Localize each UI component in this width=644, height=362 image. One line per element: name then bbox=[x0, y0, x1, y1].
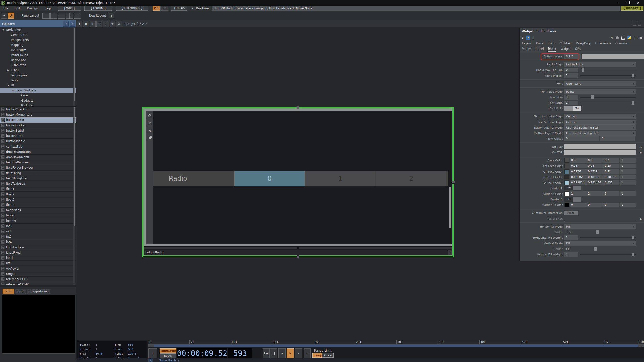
param-label[interactable]: Button Align Y Mode bbox=[520, 132, 564, 135]
param-slider[interactable] bbox=[580, 68, 636, 72]
string-field-extension[interactable] bbox=[582, 54, 644, 59]
pane-option2-icon[interactable] bbox=[638, 22, 641, 26]
param-field[interactable]: 0 bbox=[586, 203, 602, 207]
param-dropdown[interactable]: Center▼ bbox=[564, 120, 636, 125]
param-dropdown[interactable]: Fill▼ bbox=[564, 224, 636, 229]
color-swatch[interactable] bbox=[564, 169, 569, 174]
export-arrow-icon[interactable]: ↘ bbox=[639, 145, 642, 149]
param-field[interactable]: 1 bbox=[620, 180, 636, 185]
midi-icon[interactable]: ▞ bbox=[8, 13, 14, 19]
range-right-handle[interactable]: ... bbox=[638, 345, 644, 347]
timecode-tab[interactable]: TimeCode bbox=[160, 348, 176, 353]
param-label[interactable]: Width bbox=[520, 231, 564, 234]
param-subtab-values[interactable]: Values bbox=[522, 47, 532, 52]
param-label[interactable]: Font bbox=[520, 82, 564, 85]
slider-thumb[interactable] bbox=[591, 95, 594, 99]
time-path-slash-button[interactable]: / bbox=[148, 359, 153, 362]
param-field[interactable]: 0.629824 bbox=[570, 180, 586, 185]
param-field[interactable]: 1 bbox=[564, 235, 578, 240]
param-slider[interactable] bbox=[580, 74, 636, 78]
param-field[interactable]: 1 bbox=[620, 191, 636, 196]
param-field[interactable]: 1 bbox=[620, 175, 636, 179]
param-field[interactable]: 0.4719 bbox=[586, 169, 602, 174]
param-field[interactable]: 1 bbox=[603, 191, 619, 196]
viewer-bottom-handle[interactable] bbox=[297, 255, 299, 258]
list-item-fieldstringexec[interactable]: fieldStringExec bbox=[0, 176, 76, 181]
param-label[interactable]: Font Size Mode bbox=[520, 90, 564, 93]
param-toggle[interactable]: On bbox=[564, 106, 581, 111]
slider-thumb[interactable] bbox=[582, 68, 584, 72]
tree-item-oculusrift[interactable]: OculusRift bbox=[0, 47, 76, 53]
list-item-list[interactable]: list bbox=[0, 261, 76, 266]
list-item-float4[interactable]: float4 bbox=[0, 202, 76, 208]
param-field[interactable]: 0.18182 bbox=[603, 175, 619, 179]
param-field[interactable]: 0.18182 bbox=[586, 175, 602, 179]
list-item-fieldtextarea[interactable]: fieldTextArea bbox=[0, 181, 76, 186]
param-slider[interactable] bbox=[580, 101, 636, 105]
param-label[interactable]: Text Vertical Align bbox=[520, 120, 564, 124]
timeline-range-bar[interactable]: ... ... bbox=[148, 344, 644, 347]
oi-toggle[interactable]: O|I bbox=[153, 6, 160, 11]
radio-button-0[interactable]: 0 bbox=[234, 171, 305, 186]
back-icon[interactable]: ← bbox=[90, 21, 96, 27]
param-field[interactable]: 88 bbox=[564, 247, 578, 251]
radio-button-2[interactable]: 2 bbox=[376, 171, 446, 186]
chevron-down-icon[interactable]: ▼ bbox=[7, 83, 9, 88]
param-field[interactable]: 0.3 bbox=[570, 158, 586, 163]
param-slider[interactable] bbox=[580, 230, 636, 234]
param-field[interactable]: 0.3 bbox=[586, 158, 602, 163]
layout-single-button[interactable] bbox=[42, 13, 50, 19]
param-label[interactable]: Border B Color bbox=[520, 203, 564, 207]
star-icon[interactable]: ★ bbox=[110, 21, 115, 27]
param-label[interactable]: Border B bbox=[520, 198, 564, 201]
comment-bubble-icon[interactable] bbox=[616, 36, 619, 39]
param-field[interactable]: 1 bbox=[620, 203, 636, 207]
pane-stop-icon[interactable]: ■ bbox=[83, 21, 89, 27]
copy-parameters-icon[interactable] bbox=[621, 36, 625, 40]
tree-item-generators[interactable]: Generators bbox=[0, 32, 76, 37]
node-viewer[interactable]: ◎ ↯ × Radio 012 buttonRadio bbox=[142, 107, 454, 257]
python-help-icon[interactable]: ? bbox=[526, 36, 530, 40]
list-item-referencecomp[interactable]: referenceCOMP bbox=[0, 282, 76, 285]
param-label[interactable]: On TOP bbox=[520, 151, 564, 154]
param-label[interactable]: Button Align X Mode bbox=[520, 126, 564, 129]
pulse-button[interactable]: Pulse bbox=[564, 211, 578, 215]
edit-comment-icon[interactable]: ✎ bbox=[611, 36, 613, 40]
minimize-button[interactable]: – bbox=[616, 1, 620, 5]
tree-item-ui[interactable]: ▼UI bbox=[0, 83, 76, 88]
once-button[interactable]: Once bbox=[322, 353, 334, 358]
list-item-knobfixed[interactable]: knobFixed bbox=[0, 250, 76, 255]
palette-close-button[interactable]: X bbox=[70, 21, 75, 27]
list-item-opviewer[interactable]: opViewer bbox=[0, 266, 76, 271]
tree-item-gadgets[interactable]: Gadgets bbox=[0, 98, 76, 103]
slider-thumb[interactable] bbox=[632, 253, 634, 256]
list-item-range[interactable]: range bbox=[0, 271, 76, 277]
play-icon[interactable]: ▶ bbox=[287, 348, 294, 358]
param-field[interactable]: 100 bbox=[564, 230, 578, 234]
range-left-handle[interactable]: ... bbox=[148, 345, 154, 347]
viewer-bottom-frame[interactable] bbox=[144, 244, 452, 246]
param-page-layout[interactable]: Layout bbox=[522, 42, 532, 45]
param-dropdown[interactable]: Use Text Bounding Box▼ bbox=[564, 125, 636, 130]
chevron-right-icon[interactable]: ▶ bbox=[7, 68, 9, 73]
tree-item-techniques[interactable]: Techniques bbox=[0, 73, 76, 78]
param-field[interactable]: 1 bbox=[564, 252, 578, 257]
fps-display[interactable]: FPS: 60 bbox=[171, 6, 187, 11]
slider-thumb[interactable] bbox=[632, 236, 634, 239]
list-item-int4[interactable]: int4 bbox=[0, 239, 76, 245]
param-dropdown[interactable]: Fill▼ bbox=[564, 241, 636, 246]
param-label[interactable]: Off TOP bbox=[520, 145, 564, 149]
color-swatch[interactable] bbox=[564, 203, 569, 207]
param-field[interactable]: 0.3 bbox=[603, 158, 619, 163]
list-item-buttonrocker[interactable]: buttonRocker bbox=[0, 123, 76, 128]
slider-thumb[interactable] bbox=[596, 230, 599, 234]
param-label[interactable]: Button Labels bbox=[520, 55, 564, 58]
palette-help-button[interactable]: ? bbox=[63, 21, 69, 27]
param-page-look[interactable]: Look bbox=[548, 42, 555, 45]
node-name-field[interactable]: buttonRadio bbox=[144, 250, 448, 255]
param-page-panel[interactable]: Panel bbox=[536, 42, 544, 45]
viewer-right-handle[interactable] bbox=[452, 181, 455, 184]
realtime-checkbox-icon[interactable]: × bbox=[191, 7, 194, 10]
param-slider[interactable] bbox=[580, 247, 636, 251]
info-icon[interactable]: i bbox=[533, 36, 534, 40]
